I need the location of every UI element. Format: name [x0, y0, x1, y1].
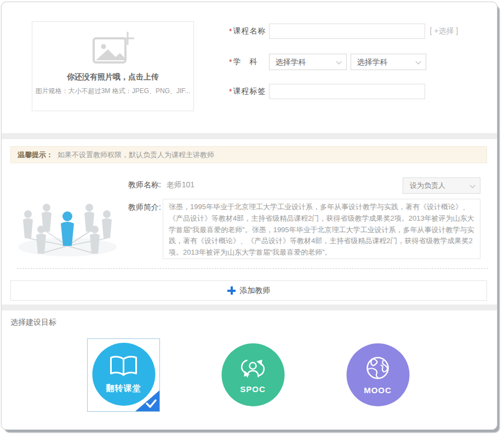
- subject-label: 学 科: [233, 57, 267, 67]
- subject-select-2[interactable]: 选择学科: [351, 54, 426, 70]
- course-tag-label: 课程标签: [233, 87, 267, 96]
- subject-select-1[interactable]: 选择学科: [269, 54, 347, 70]
- add-teacher-label: 添加教师: [240, 286, 271, 296]
- course-tag-input[interactable]: [269, 84, 425, 99]
- open-book-icon: [108, 355, 139, 381]
- section-divider: [2, 304, 497, 311]
- goal-option-mooc[interactable]: MOOC: [341, 341, 414, 414]
- cover-upload-box[interactable]: 你还没有照片哦，点击上传 图片规格：大小不超过3M 格式：JPEG、PNG、JI…: [32, 21, 194, 111]
- tip-text: 如果不设置教师权限，默认负责人为课程主讲教师: [58, 150, 214, 160]
- goal-option-flipped-classroom[interactable]: 翻转课堂: [87, 338, 160, 412]
- chevron-down-icon: [470, 183, 476, 188]
- course-edit-panel: 你还没有照片哦，点击上传 图片规格：大小不超过3M 格式：JPEG、PNG、JI…: [1, 2, 497, 430]
- goal-option-label: MOOC: [364, 386, 392, 395]
- course-name-pick-link[interactable]: [ +选择 ]: [429, 26, 458, 36]
- chevron-down-icon: [336, 59, 342, 65]
- goal-option-spoc[interactable]: SPOC: [216, 341, 289, 414]
- image-plus-icon: [32, 32, 193, 68]
- goal-option-label: SPOC: [240, 384, 266, 394]
- add-teacher-button[interactable]: 添加教师: [10, 280, 487, 301]
- course-name-label: 课程名称: [233, 26, 267, 36]
- teacher-role-select-value: 设为负责人: [410, 181, 445, 189]
- teacher-role-select[interactable]: 设为负责人: [403, 177, 480, 194]
- upload-spec-text: 图片规格：大小不超过3M 格式：JPEG、PNG、JIF...: [32, 87, 193, 96]
- check-icon: [145, 399, 157, 409]
- chevron-down-icon: [416, 59, 421, 65]
- teacher-name-label: 教师名称:: [128, 180, 161, 189]
- upload-empty-text: 你还没有照片哦，点击上传: [32, 72, 193, 82]
- subject-select-2-value: 选择学科: [357, 58, 387, 66]
- required-mark: *: [229, 58, 232, 66]
- teacher-network-illustration: [13, 186, 121, 260]
- teacher-intro-textarea[interactable]: 张墨，1995年毕业于北京理工大学工业设计系，多年从事设计教学与实践，著有《设计…: [163, 199, 480, 259]
- globe-icon: [365, 355, 391, 383]
- goal-option-label: 翻转课堂: [106, 383, 141, 394]
- dashed-divider: [17, 268, 488, 269]
- warm-tip-banner: 温馨提示： 如果不设置教师权限，默认负责人为课程主讲教师: [10, 146, 487, 163]
- sync-person-icon: [238, 356, 268, 382]
- goal-section-label: 选择建设目标: [10, 318, 56, 327]
- required-mark: *: [229, 27, 232, 36]
- plus-icon: [227, 286, 236, 295]
- teacher-name-value: 老师101: [167, 180, 194, 189]
- subject-select-1-value: 选择学科: [275, 58, 306, 66]
- teacher-intro-label: 教师简介:: [128, 203, 161, 212]
- tip-title: 温馨提示：: [18, 150, 53, 160]
- section-divider: [2, 133, 497, 139]
- required-mark: *: [229, 87, 232, 96]
- course-name-input[interactable]: [269, 24, 425, 39]
